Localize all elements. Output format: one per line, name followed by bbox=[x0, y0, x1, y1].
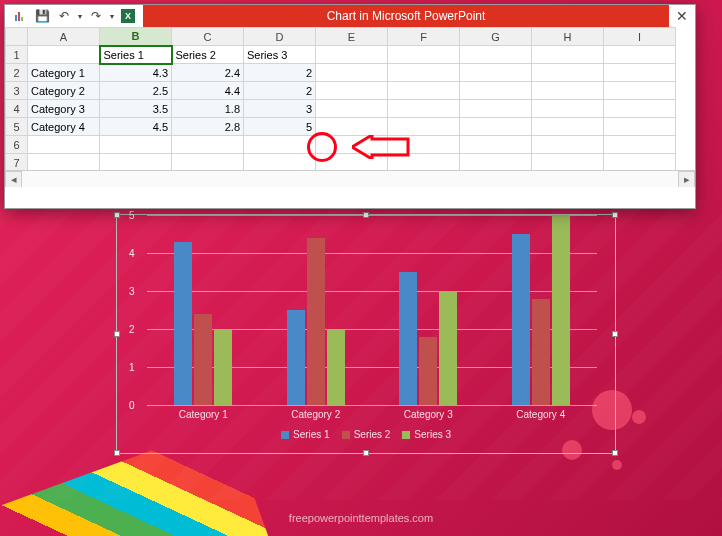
cell[interactable] bbox=[460, 154, 532, 172]
resize-handle[interactable] bbox=[114, 212, 120, 218]
cell[interactable] bbox=[604, 82, 676, 100]
cell-d5[interactable]: 5 bbox=[244, 118, 316, 136]
resize-handle[interactable] bbox=[612, 212, 618, 218]
save-icon[interactable]: 💾 bbox=[31, 5, 53, 27]
cell[interactable] bbox=[604, 118, 676, 136]
cell[interactable] bbox=[604, 64, 676, 82]
cell-a3[interactable]: Category 2 bbox=[28, 82, 100, 100]
scroll-track[interactable] bbox=[22, 171, 678, 187]
select-all-corner[interactable] bbox=[6, 28, 28, 46]
cell[interactable] bbox=[172, 154, 244, 172]
cell-b1[interactable]: Series 1 bbox=[100, 46, 172, 64]
row-header-3[interactable]: 3 bbox=[6, 82, 28, 100]
row-header-7[interactable]: 7 bbox=[6, 154, 28, 172]
resize-handle[interactable] bbox=[612, 450, 618, 456]
cell-d1[interactable]: Series 3 bbox=[244, 46, 316, 64]
cell-c5[interactable]: 2.8 bbox=[172, 118, 244, 136]
cell-b5[interactable]: 4.5 bbox=[100, 118, 172, 136]
cell[interactable] bbox=[460, 82, 532, 100]
redo-dropdown-icon[interactable]: ▾ bbox=[107, 5, 117, 27]
undo-dropdown-icon[interactable]: ▾ bbox=[75, 5, 85, 27]
cell[interactable] bbox=[28, 154, 100, 172]
cell-c4[interactable]: 1.8 bbox=[172, 100, 244, 118]
cell[interactable] bbox=[532, 46, 604, 64]
cell[interactable] bbox=[100, 136, 172, 154]
row-header-6[interactable]: 6 bbox=[6, 136, 28, 154]
chart-icon[interactable] bbox=[9, 5, 31, 27]
scroll-left-icon[interactable]: ◂ bbox=[5, 171, 22, 187]
cell-b3[interactable]: 2.5 bbox=[100, 82, 172, 100]
cell[interactable] bbox=[460, 100, 532, 118]
chart-category-axis: Category 1Category 2Category 3Category 4 bbox=[147, 409, 597, 420]
col-header-e[interactable]: E bbox=[316, 28, 388, 46]
close-button[interactable]: ✕ bbox=[669, 5, 695, 27]
cell[interactable] bbox=[388, 118, 460, 136]
col-header-i[interactable]: I bbox=[604, 28, 676, 46]
cell[interactable] bbox=[532, 100, 604, 118]
cell[interactable] bbox=[532, 154, 604, 172]
col-header-h[interactable]: H bbox=[532, 28, 604, 46]
cell[interactable] bbox=[100, 154, 172, 172]
excel-icon[interactable]: X bbox=[117, 5, 139, 27]
legend-chip-icon bbox=[402, 431, 410, 439]
cell[interactable] bbox=[604, 136, 676, 154]
col-header-d[interactable]: D bbox=[244, 28, 316, 46]
redo-icon[interactable]: ↷ bbox=[85, 5, 107, 27]
cell-a1[interactable] bbox=[28, 46, 100, 64]
row-header-1[interactable]: 1 bbox=[6, 46, 28, 64]
row-header-4[interactable]: 4 bbox=[6, 100, 28, 118]
cell-a4[interactable]: Category 3 bbox=[28, 100, 100, 118]
undo-icon[interactable]: ↶ bbox=[53, 5, 75, 27]
spreadsheet-grid[interactable]: A B C D E F G H I 1 Series 1 Series 2 Se… bbox=[5, 27, 695, 187]
cell[interactable] bbox=[460, 46, 532, 64]
resize-handle[interactable] bbox=[612, 331, 618, 337]
cell[interactable] bbox=[28, 136, 100, 154]
cell-d3[interactable]: 2 bbox=[244, 82, 316, 100]
cell[interactable] bbox=[388, 64, 460, 82]
horizontal-scrollbar[interactable]: ◂ ▸ bbox=[5, 170, 695, 187]
cell-b2[interactable]: 4.3 bbox=[100, 64, 172, 82]
cell-c3[interactable]: 4.4 bbox=[172, 82, 244, 100]
cell[interactable] bbox=[244, 154, 316, 172]
col-header-g[interactable]: G bbox=[460, 28, 532, 46]
cell[interactable] bbox=[316, 64, 388, 82]
cell[interactable] bbox=[316, 100, 388, 118]
col-header-f[interactable]: F bbox=[388, 28, 460, 46]
resize-handle[interactable] bbox=[114, 450, 120, 456]
chart-object[interactable]: 012345 Category 1Category 2Category 3Cat… bbox=[116, 214, 616, 454]
category-label: Category 2 bbox=[291, 409, 340, 420]
cell[interactable] bbox=[532, 64, 604, 82]
row-header-2[interactable]: 2 bbox=[6, 64, 28, 82]
cell[interactable] bbox=[316, 46, 388, 64]
row-header-5[interactable]: 5 bbox=[6, 118, 28, 136]
cell[interactable] bbox=[244, 136, 316, 154]
cell-a2[interactable]: Category 1 bbox=[28, 64, 100, 82]
svg-rect-1 bbox=[18, 12, 20, 21]
cell[interactable] bbox=[604, 100, 676, 118]
cell[interactable] bbox=[388, 46, 460, 64]
cell-c2[interactable]: 2.4 bbox=[172, 64, 244, 82]
scroll-right-icon[interactable]: ▸ bbox=[678, 171, 695, 187]
cell[interactable] bbox=[460, 118, 532, 136]
resize-handle[interactable] bbox=[363, 450, 369, 456]
cell[interactable] bbox=[388, 82, 460, 100]
cell[interactable] bbox=[604, 154, 676, 172]
cell-a5[interactable]: Category 4 bbox=[28, 118, 100, 136]
cell[interactable] bbox=[172, 136, 244, 154]
cell[interactable] bbox=[604, 46, 676, 64]
cell-d2[interactable]: 2 bbox=[244, 64, 316, 82]
col-header-b[interactable]: B bbox=[100, 28, 172, 46]
cell[interactable] bbox=[532, 82, 604, 100]
cell[interactable] bbox=[460, 136, 532, 154]
cell[interactable] bbox=[532, 136, 604, 154]
col-header-c[interactable]: C bbox=[172, 28, 244, 46]
col-header-a[interactable]: A bbox=[28, 28, 100, 46]
cell-d4[interactable]: 3 bbox=[244, 100, 316, 118]
cell[interactable] bbox=[460, 64, 532, 82]
resize-handle[interactable] bbox=[114, 331, 120, 337]
cell[interactable] bbox=[532, 118, 604, 136]
cell[interactable] bbox=[388, 100, 460, 118]
cell-c1[interactable]: Series 2 bbox=[172, 46, 244, 64]
cell-b4[interactable]: 3.5 bbox=[100, 100, 172, 118]
cell[interactable] bbox=[316, 82, 388, 100]
